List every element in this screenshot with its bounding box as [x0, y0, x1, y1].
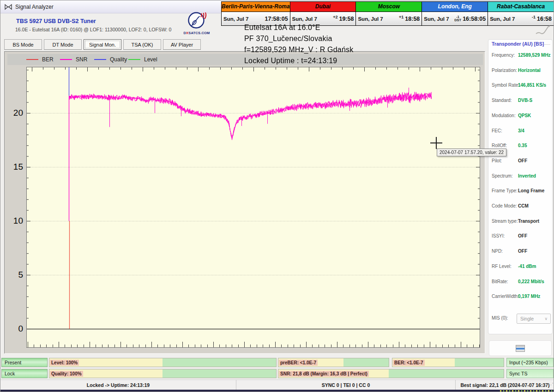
clock-city-label: Rabat-Casablanca	[488, 2, 554, 12]
legend-label: Level	[144, 56, 157, 63]
clock-column-dubai: DubaiSun, Jul 7+219:58	[290, 2, 356, 25]
transponder-value: QPSK	[518, 113, 531, 118]
transponder-value: Inverted	[518, 173, 536, 178]
chart-panel: BERSNRQualityLevel 2024-07-07 17.57.20, …	[4, 51, 485, 354]
pen-signature-icon	[535, 24, 551, 36]
snr-chart-canvas[interactable]	[26, 67, 480, 348]
transponder-label: MIS (0):	[492, 315, 508, 321]
legend-item-level: Level	[128, 54, 157, 65]
clock-time-row: Sun, Jul 7+118:58	[356, 12, 422, 25]
crosshair-icon	[430, 137, 442, 149]
world-clock-bar: Berlin-Paris-Vienna-RomaSun, Jul 717:58:…	[221, 1, 554, 26]
clock-city-label: London, Eng	[422, 2, 488, 12]
snr-label: SNR: 21,8 dB (Margin: 16,3 dB | Perfect)	[279, 371, 369, 377]
window-title: Signal Analyzer	[15, 4, 54, 10]
ber-label: BER: <1.0E-7	[393, 360, 425, 366]
transponder-row-code-mode: Code Mode:CCM	[492, 203, 551, 210]
transponder-value: OFF	[518, 249, 527, 254]
clock-time: 17:58:05	[265, 16, 288, 22]
transponder-label: Stream type:	[492, 219, 518, 224]
chart-tooltip: 2024-07-07 17.57.20, value: 22	[437, 148, 506, 156]
quality-label: Quality: 100%	[50, 371, 83, 377]
transponder-label: BitRate:	[492, 279, 508, 284]
y-axis-label-5: 5	[8, 270, 23, 280]
clock-date: Sun, Jul 7	[424, 16, 449, 22]
overlay-line-frequency: f=12589,529 MHz_V : R Gdańsk	[244, 46, 353, 57]
level-bar: Level: 100%	[49, 358, 277, 367]
clock-column-berlin-paris-vienna-roma: Berlin-Paris-Vienna-RomaSun, Jul 717:58:…	[222, 2, 290, 25]
preber-bar: preBER: <1.0E-7	[278, 358, 389, 367]
legend-item-quality: Quality	[94, 54, 127, 65]
transponder-value: Transport	[518, 219, 539, 224]
legend-item-ber: BER	[26, 54, 54, 65]
transponder-row-symbol-rate: Symbol Rate:146,851 KS/s	[492, 83, 551, 89]
clock-time-row: Sun, Jul 7-1DST16:58:05	[422, 12, 488, 25]
transponder-value: CCM	[518, 203, 529, 208]
legend-item-snr: SNR	[60, 54, 87, 65]
transponder-label: FEC:	[492, 128, 502, 133]
offset-dst: DST	[454, 18, 461, 22]
clock-date: Sun, Jul 7	[292, 16, 317, 22]
screenshot-button[interactable]	[489, 340, 552, 356]
transponder-label: RollOff:	[492, 143, 507, 148]
transponder-row-frame-type: Frame Type:Long Frame	[492, 188, 551, 195]
level-label: Level: 100%	[50, 360, 79, 366]
clock-date: Sun, Jul 7	[223, 16, 248, 22]
stripes-icon	[516, 345, 525, 352]
tab-signal-mon[interactable]: Signal Mon.	[84, 39, 121, 50]
tab-tsa-ok[interactable]: TSA (OK)	[123, 39, 161, 50]
tuner-subtitle: 16.0E - Eutelsat 16A (ID: 0160) @ LOF1: …	[15, 27, 171, 32]
snr-bar: SNR: 21,8 dB (Margin: 16,3 dB | Perfect)	[278, 369, 504, 378]
spectrum-flecks	[500, 390, 554, 392]
legend-label: Quality	[110, 56, 127, 63]
clock-time: 19:58	[339, 16, 354, 22]
transponder-label: Frame Type:	[492, 188, 518, 193]
transponder-label: Modulation:	[492, 113, 516, 118]
transponder-value: Long Frame	[518, 188, 544, 193]
tuner-title: TBS 5927 USB DVB-S2 Tuner	[16, 18, 96, 24]
legend-label: SNR	[76, 56, 87, 63]
transponder-row-mis: MIS (0):Single∨	[492, 315, 551, 322]
dxsatcs-logo: DXSATCS.COM	[183, 12, 210, 36]
legend-swatch	[60, 59, 72, 60]
tab-dt-mode[interactable]: DT Mode	[44, 39, 82, 50]
preber-label: preBER: <1.0E-7	[279, 360, 318, 366]
clock-date: Sun, Jul 7	[358, 16, 383, 22]
transponder-row-npd: NPD:OFF	[492, 249, 551, 255]
overlay-line-satellite: Eutelsat 16A at 16.0°E	[244, 24, 353, 35]
transponder-value: 3/4	[518, 128, 524, 133]
y-axis-label-15: 15	[8, 162, 23, 172]
clock-time: 16:58:05	[463, 16, 486, 22]
transponder-row-standard: Standard:DVB-S	[492, 98, 551, 104]
transponder-value: 0,197 MHz	[518, 294, 540, 299]
mis-dropdown[interactable]: Single∨	[517, 314, 551, 324]
transponder-label: Spectrum:	[492, 173, 513, 178]
chevron-down-icon: ∨	[544, 316, 548, 321]
transponder-label: Standard:	[492, 98, 512, 103]
present-bar: Present	[1, 358, 48, 367]
clock-column-moscow: MoscowSun, Jul 7+118:58	[356, 2, 422, 25]
clock-city-label: Dubai	[290, 2, 356, 12]
transponder-label: RF Level:	[492, 264, 512, 269]
clock-column-rabat-casablanca: Rabat-CasablancaSun, Jul 7-116:58	[488, 2, 554, 25]
transponder-label: Pilot:	[492, 158, 502, 163]
transponder-label: ISSYI:	[492, 233, 505, 238]
transponder-row-rf-level: RF Level:-41 dBm	[492, 264, 551, 270]
status-uptime: Locked -> Uptime: 24:13:19	[0, 380, 236, 390]
tab-av-player[interactable]: AV Player	[163, 39, 201, 50]
tab-bs-mode[interactable]: BS Mode	[4, 39, 42, 50]
transponder-label: Polarization:	[492, 68, 517, 73]
y-axis-label-20: 20	[8, 108, 23, 118]
transponder-value: DVB-S	[518, 98, 532, 103]
clock-city-label: Berlin-Paris-Vienna-Roma	[222, 2, 290, 12]
transponder-panel: Transponder (AU) [BS] Frequency:12589,52…	[488, 39, 553, 334]
bottom-strip	[0, 390, 554, 392]
lock-bar: Lock	[1, 369, 48, 378]
transponder-label: Symbol Rate:	[492, 83, 519, 88]
satellite-dish-icon	[187, 12, 207, 30]
transponder-row-issyi: ISSYI:OFF	[492, 233, 551, 240]
y-axis-label-10: 10	[8, 216, 23, 226]
legend-swatch	[94, 59, 106, 60]
overlay-line-uptime: Locked Uptime : t=24:13:19	[244, 57, 353, 68]
clock-utc-offset: +2	[333, 15, 337, 19]
